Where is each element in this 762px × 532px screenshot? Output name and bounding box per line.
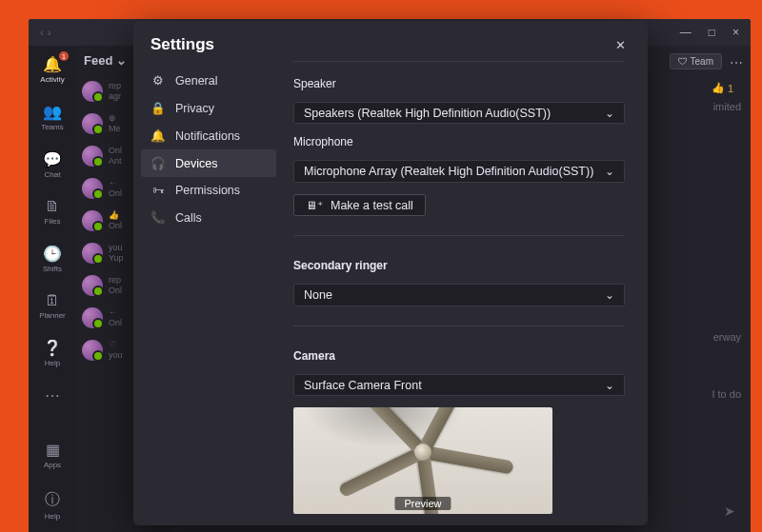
- chat-more-button[interactable]: ⋯: [730, 55, 743, 70]
- feed-text: ⊗Me: [109, 113, 121, 134]
- shifts-icon: 🕒: [43, 245, 62, 263]
- secondary-ringer-value: None: [304, 288, 332, 302]
- reaction[interactable]: 👍 1: [712, 82, 733, 94]
- nav-arrows: ‹ ›: [40, 27, 50, 38]
- close-icon: ✕: [615, 38, 626, 52]
- test-call-icon: 🖥⁺: [306, 199, 323, 212]
- avatar: [82, 113, 103, 134]
- rail-label: Planner: [39, 311, 66, 320]
- people-icon: 👥: [43, 103, 62, 121]
- nav-item-calls[interactable]: 📞 Calls: [141, 204, 276, 231]
- avatar: [82, 146, 103, 167]
- rail-activity[interactable]: 🔔 1 Activity: [32, 51, 72, 88]
- back-icon[interactable]: ‹: [40, 27, 44, 38]
- rail-help-bottom[interactable]: ⓘ Help: [32, 486, 72, 524]
- test-call-label: Make a test call: [331, 199, 413, 212]
- headset-icon: 🎧: [150, 156, 166, 170]
- nav-item-permissions[interactable]: 🗝 Permissions: [141, 177, 276, 204]
- avatar: [82, 275, 103, 296]
- nav-label: Privacy: [175, 102, 214, 115]
- nav-item-devices[interactable]: 🎧 Devices: [141, 149, 276, 177]
- settings-dialog: Settings ✕ ⚙ General 🔒 Privacy 🔔 Notific…: [133, 21, 648, 525]
- feed-text: youYup: [109, 243, 124, 264]
- rail-label: Teams: [41, 123, 64, 131]
- nav-item-privacy[interactable]: 🔒 Privacy: [141, 94, 276, 122]
- divider: [293, 325, 625, 326]
- team-chip[interactable]: 🛡 Team: [670, 53, 722, 69]
- rail-shifts[interactable]: 🕒 Shifts: [32, 241, 72, 277]
- feed-text: repOnl: [109, 275, 122, 296]
- avatar: [82, 340, 103, 361]
- reaction-count: 1: [728, 83, 733, 94]
- nav-label: Calls: [175, 211, 202, 225]
- rail-files[interactable]: 🗎 Files: [32, 194, 72, 229]
- chevron-down-icon: ⌄: [116, 53, 127, 68]
- nav-label: Devices: [175, 157, 217, 170]
- feed-text: OnlAnt: [109, 146, 122, 167]
- chat-snippet: erway: [713, 331, 741, 343]
- activity-badge: 1: [59, 51, 69, 61]
- nav-label: General: [175, 74, 217, 88]
- rail-label: Files: [45, 217, 61, 226]
- info-icon: ⓘ: [45, 490, 60, 510]
- microphone-label: Microphone: [293, 135, 625, 148]
- secondary-ringer-label: Secondary ringer: [293, 259, 625, 272]
- files-icon: 🗎: [45, 198, 60, 215]
- rail-label: Activity: [40, 75, 64, 84]
- chevron-down-icon: ⌄: [605, 379, 614, 392]
- phone-icon: 📞: [150, 210, 166, 225]
- speaker-label: Speaker: [293, 77, 625, 90]
- feed-title: Feed: [84, 53, 112, 68]
- chevron-down-icon: ⌄: [605, 288, 614, 302]
- divider: [293, 235, 625, 236]
- window-minimize-button[interactable]: —: [680, 27, 692, 38]
- make-test-call-button[interactable]: 🖥⁺ Make a test call: [293, 194, 426, 216]
- window-maximize-button[interactable]: □: [709, 27, 715, 38]
- nav-label: Notifications: [175, 129, 240, 143]
- nav-item-notifications[interactable]: 🔔 Notifications: [141, 122, 276, 149]
- rail-label: Help: [45, 512, 60, 521]
- speaker-dropdown[interactable]: Speakers (Realtek High Definition Audio(…: [293, 102, 625, 124]
- rail-planner[interactable]: 🗓 Planner: [32, 288, 72, 324]
- microphone-dropdown[interactable]: Microphone Array (Realtek High Definitio…: [293, 160, 625, 182]
- secondary-ringer-dropdown[interactable]: None ⌄: [293, 284, 625, 305]
- rail-chat[interactable]: 💬 Chat: [32, 147, 72, 183]
- feed-text: repagr: [109, 81, 121, 102]
- microphone-value: Microphone Array (Realtek High Definitio…: [304, 165, 593, 178]
- gear-icon: ⚙: [150, 73, 166, 88]
- app-rail: 🔔 1 Activity 👥 Teams 💬 Chat 🗎 Files 🕒 Sh…: [29, 46, 76, 532]
- feed-text: ♡you: [109, 340, 123, 361]
- avatar: [82, 178, 103, 199]
- nav-item-general[interactable]: ⚙ General: [141, 67, 276, 94]
- forward-icon[interactable]: ›: [48, 27, 51, 38]
- send-icon[interactable]: ➤: [724, 503, 735, 519]
- help-icon: ❔: [43, 339, 62, 357]
- feed-text: ←Onl: [109, 307, 122, 328]
- avatar: [82, 243, 103, 264]
- camera-label: Camera: [293, 349, 625, 363]
- avatar: [82, 307, 103, 328]
- rail-label: Help: [45, 359, 60, 367]
- feed-text: 👍Onl: [109, 210, 122, 231]
- avatar: [82, 81, 103, 102]
- camera-value: Surface Camera Front: [304, 379, 422, 392]
- chevron-down-icon: ⌄: [605, 165, 614, 178]
- chat-snippet: imited: [713, 101, 741, 112]
- rail-more[interactable]: ⋯: [32, 383, 72, 408]
- planner-icon: 🗓: [45, 292, 60, 309]
- camera-preview: Preview: [293, 407, 552, 514]
- settings-title: Settings: [150, 35, 214, 54]
- window-close-button[interactable]: ×: [732, 27, 739, 38]
- key-icon: 🗝: [150, 184, 166, 197]
- feed-text: ←Onl: [109, 178, 122, 199]
- rail-label: Shifts: [43, 265, 62, 273]
- apps-icon: ▦: [46, 441, 60, 459]
- camera-dropdown[interactable]: Surface Camera Front ⌄: [293, 374, 625, 396]
- rail-teams[interactable]: 👥 Teams: [32, 99, 72, 135]
- rail-help[interactable]: ❔ Help: [32, 335, 72, 371]
- close-button[interactable]: ✕: [610, 34, 631, 55]
- avatar: [82, 210, 103, 231]
- settings-content[interactable]: Speaker Speakers (Realtek High Definitio…: [284, 61, 648, 525]
- lock-icon: 🔒: [150, 101, 166, 115]
- rail-apps[interactable]: ▦ Apps: [32, 437, 72, 473]
